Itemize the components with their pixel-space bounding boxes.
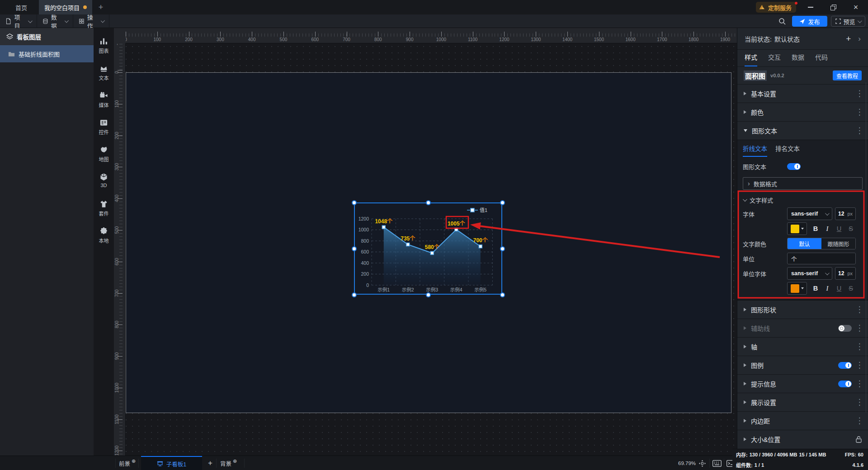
section-颜色[interactable]: 颜色⋮	[737, 103, 868, 121]
board-tab-active[interactable]: 子看板1	[141, 456, 202, 470]
menu-data[interactable]: 数据	[37, 14, 73, 28]
unit-font-size-input[interactable]: 12 px	[835, 267, 856, 280]
zoom-level[interactable]: 69.79%	[678, 456, 696, 470]
close-icon: ×	[854, 3, 859, 12]
text-color-swatch[interactable]	[787, 222, 807, 235]
section-内边距[interactable]: 内边距⋮	[737, 411, 868, 430]
search-icon[interactable]	[778, 18, 786, 25]
expand-states-button[interactable]: ›	[858, 34, 861, 43]
section-menu-icon[interactable]: ⋮	[856, 126, 862, 136]
selection-handle[interactable]	[352, 200, 357, 205]
tab-style[interactable]: 样式	[745, 52, 757, 66]
section-图例[interactable]: 图例⋮	[737, 356, 868, 374]
format-b-button[interactable]: B	[810, 225, 821, 232]
section-图形形状[interactable]: 图形形状⋮	[737, 300, 868, 319]
selection-handle[interactable]	[500, 292, 505, 297]
section-基本设置[interactable]: 基本设置⋮	[737, 84, 868, 103]
publish-button[interactable]: 发布	[792, 16, 827, 27]
dock-item-本地[interactable]: 本地	[94, 227, 114, 254]
unit-font-family-select[interactable]: sans-serif	[787, 267, 832, 280]
editor-canvas[interactable]: 0100200300400500600700800900100011001200…	[114, 28, 737, 456]
tab-line-text[interactable]: 折线文本	[743, 144, 767, 157]
dock-item-文本[interactable]: 文本	[94, 64, 114, 91]
unit-color-swatch[interactable]	[787, 282, 807, 295]
add-board-button[interactable]: +	[204, 456, 216, 470]
tab-project[interactable]: 我的空白项目	[39, 0, 92, 14]
selection-handle[interactable]	[426, 200, 431, 205]
section-menu-icon[interactable]: ⋮	[856, 323, 862, 334]
section-menu-icon[interactable]: ⋮	[856, 379, 862, 389]
graph-text-toggle[interactable]	[787, 163, 801, 170]
section-menu-icon[interactable]: ⋮	[856, 397, 862, 408]
close-button[interactable]: ×	[848, 0, 863, 14]
add-state-button[interactable]: +	[846, 34, 851, 44]
menu-bar: 项目 数据 操作 发布 预览	[0, 14, 868, 28]
font-family-select[interactable]: sans-serif	[787, 207, 832, 220]
unit-input[interactable]: 个	[787, 253, 856, 264]
text-style-section-header[interactable]: 文字样式	[743, 193, 863, 206]
tab-code[interactable]: 代码	[815, 52, 828, 66]
dock-item-3D[interactable]: 3D	[94, 173, 114, 200]
section-轴[interactable]: 轴⋮	[737, 337, 868, 356]
section-toggle[interactable]	[838, 362, 852, 369]
area-chart-component[interactable]: 0200400600800100012001048个示例1735个示例2580个…	[354, 202, 502, 295]
section-toggle[interactable]	[838, 381, 852, 387]
menu-project[interactable]: 项目	[0, 14, 37, 28]
y-axis-tick: 400	[361, 260, 369, 266]
section-menu-icon[interactable]: ⋮	[856, 89, 862, 99]
section-图形文本[interactable]: 图形文本⋮	[737, 121, 868, 140]
font-size-input[interactable]: 12 px	[835, 207, 856, 220]
tab-data[interactable]: 数据	[792, 52, 804, 66]
section-toggle[interactable]	[838, 325, 852, 332]
background-label: 背景	[220, 459, 231, 468]
minimize-button[interactable]	[803, 0, 818, 14]
background-button[interactable]: 背景 ⊕	[220, 456, 237, 470]
section-提示信息[interactable]: 提示信息⋮	[737, 374, 868, 393]
selection-handle[interactable]	[500, 200, 505, 205]
menu-operate[interactable]: 操作	[73, 14, 109, 28]
layer-item-area-chart[interactable]: 基础折线面积图	[0, 45, 94, 62]
data-format-section[interactable]: › 数据格式	[743, 177, 863, 190]
format-s-button[interactable]: S	[845, 225, 857, 232]
scrollbar-track[interactable]	[866, 82, 866, 413]
add-foreground-icon[interactable]: ⊕	[132, 458, 136, 464]
section-menu-icon[interactable]: ⋮	[856, 360, 862, 371]
section-menu-icon[interactable]: ⋮	[856, 416, 862, 426]
dock-item-控件[interactable]: 控件	[94, 118, 114, 146]
foreground-button[interactable]: 前景 ⊕	[119, 456, 136, 470]
dock-item-套件[interactable]: 套件	[94, 200, 114, 227]
component-name[interactable]: 面积图	[744, 70, 767, 81]
format-s-button[interactable]: S	[845, 285, 857, 292]
section-大小&位置[interactable]: 大小&位置	[737, 430, 868, 448]
dock-item-图表[interactable]: 图表	[94, 37, 114, 64]
dock-item-地图[interactable]: 地图	[94, 146, 114, 173]
section-展示设置[interactable]: 展示设置⋮	[737, 393, 868, 411]
custom-service-badge[interactable]: 定制服务	[756, 2, 796, 13]
tab-interaction[interactable]: 交互	[768, 52, 781, 66]
format-b-button[interactable]: B	[810, 285, 821, 292]
format-u-button[interactable]: U	[833, 285, 845, 292]
selection-handle[interactable]	[500, 246, 505, 251]
section-menu-icon[interactable]: ⋮	[856, 107, 862, 118]
option-follow-graph[interactable]: 跟随图形	[821, 238, 855, 249]
keyboard-icon[interactable]	[712, 460, 722, 467]
dock-item-媒体[interactable]: 媒体	[94, 91, 114, 118]
fit-screen-icon[interactable]	[698, 460, 706, 467]
add-background-icon[interactable]: ⊕	[233, 458, 237, 464]
tab-rank-text[interactable]: 排名文本	[775, 144, 800, 157]
section-menu-icon[interactable]: ⋮	[856, 305, 862, 315]
selection-handle[interactable]	[352, 292, 357, 297]
option-default[interactable]: 默认	[788, 238, 821, 249]
preview-button[interactable]: 预览	[831, 16, 865, 27]
format-i-button[interactable]: I	[821, 225, 833, 233]
selection-handle[interactable]	[426, 292, 431, 297]
section-menu-icon[interactable]: ⋮	[856, 342, 862, 352]
preview-label: 预览	[843, 17, 855, 26]
format-u-button[interactable]: U	[833, 225, 845, 232]
restore-button[interactable]	[826, 0, 841, 14]
selection-handle[interactable]	[352, 246, 357, 251]
format-i-button[interactable]: I	[821, 285, 833, 292]
lock-icon[interactable]	[856, 436, 862, 443]
section-辅助线[interactable]: 辅助线⋮	[737, 319, 868, 337]
tutorial-button[interactable]: 查看教程	[833, 70, 862, 80]
